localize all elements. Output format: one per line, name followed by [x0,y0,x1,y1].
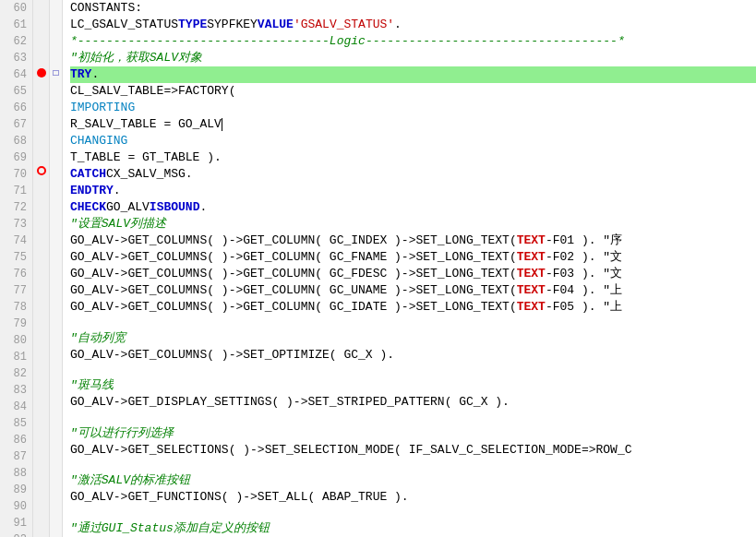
code-line[interactable]: "可以进行行列选择 [70,425,756,442]
marker-cell[interactable] [33,130,49,147]
code-line[interactable]: CL_SALV_TABLE=>FACTORY( [70,83,756,100]
expand-cell[interactable] [50,245,62,261]
marker-cell[interactable] [33,326,49,342]
code-line[interactable]: R_SALV_TABLE = GO_ALV [70,116,756,133]
expand-cell[interactable] [50,196,62,212]
code-line[interactable]: IMPORTING [70,100,756,116]
marker-cell[interactable] [33,162,49,179]
expand-cell[interactable] [50,228,62,245]
expand-cell[interactable] [50,456,62,472]
line-number: 73 [4,216,27,233]
code-line[interactable] [70,459,756,473]
code-line[interactable]: GO_ALV->GET_COLUMNS( )->GET_COLUMN( GC_F… [70,249,756,266]
expand-cell[interactable] [50,358,62,375]
marker-cell[interactable] [33,439,49,456]
marker-cell[interactable] [33,390,49,407]
code-line[interactable]: GO_ALV->GET_DISPLAY_SETTINGS( )->SET_STR… [70,394,756,411]
expand-cell[interactable] [50,179,62,196]
code-line[interactable]: "通过GUI_Status添加自定义的按钮 [70,520,756,537]
expand-cell[interactable] [50,390,62,407]
marker-cell[interactable] [33,113,49,130]
marker-cell[interactable] [33,456,49,472]
expand-cell[interactable] [50,439,62,456]
expand-cell[interactable] [50,488,62,505]
marker-cell[interactable] [33,17,49,33]
code-line[interactable]: GO_ALV->GET_COLUMNS( )->GET_COLUMN( GC_I… [70,299,756,316]
code-line[interactable]: CATCH CX_SALV_MSG. [70,166,756,183]
expand-cell[interactable] [50,82,62,99]
code-line[interactable]: GO_ALV->GET_COLUMNS( )->GET_COLUMN( GC_U… [70,282,756,299]
marker-cell[interactable] [33,277,49,293]
code-line[interactable]: "自动列宽 [70,330,756,347]
expand-cell[interactable] [50,98,62,114]
marker-cell[interactable] [33,0,49,17]
expand-cell[interactable] [50,277,62,293]
expand-cell[interactable] [50,520,62,537]
code-line[interactable]: GO_ALV->GET_COLUMNS( )->GET_COLUMN( GC_F… [70,266,756,282]
expand-cell[interactable] [50,17,62,33]
expand-cell[interactable] [50,326,62,342]
marker-cell[interactable] [33,49,49,66]
code-line[interactable]: LC_GSALV_STATUS TYPE SYPFKEY VALUE 'GSAL… [70,17,756,33]
code-line[interactable]: GO_ALV->GET_SELECTIONS( )->SET_SELECTION… [70,442,756,459]
code-line[interactable]: "设置SALV列描述 [70,216,756,233]
marker-cell[interactable] [33,358,49,375]
marker-cell[interactable] [33,488,49,505]
marker-cell[interactable] [33,341,49,358]
marker-cell[interactable] [33,309,49,326]
expand-cell[interactable]: □ [50,66,62,82]
expand-cell[interactable] [50,260,62,277]
code-line[interactable]: *-----------------------------------Logi… [70,33,756,50]
marker-cell[interactable] [33,472,49,489]
marker-cell[interactable] [33,147,49,163]
code-line[interactable]: CHANGING [70,133,756,149]
marker-cell[interactable] [33,424,49,440]
marker-cell[interactable] [33,260,49,277]
code-line[interactable] [70,316,756,330]
marker-cell[interactable] [33,245,49,261]
marker-cell[interactable] [33,98,49,114]
expand-cell[interactable] [50,212,62,229]
expand-cell[interactable] [50,407,62,424]
expand-cell[interactable] [50,0,62,17]
marker-cell[interactable] [33,375,49,391]
code-line[interactable]: T_TABLE = GT_TABLE ). [70,149,756,166]
expand-cell[interactable] [50,505,62,521]
expand-cell[interactable] [50,163,62,180]
code-line[interactable]: "斑马线 [70,377,756,394]
code-line[interactable]: GO_ALV->GET_COLUMNS( )->SET_OPTIMIZE( GC… [70,347,756,364]
marker-cell[interactable] [33,66,49,82]
marker-cell[interactable] [33,521,49,538]
code-line[interactable] [70,411,756,425]
expand-cell[interactable] [50,309,62,326]
expand-cell[interactable] [50,375,62,391]
code-line[interactable] [70,364,756,378]
marker-cell[interactable] [33,407,49,424]
expand-cell[interactable] [50,293,62,310]
expand-cell[interactable] [50,472,62,489]
marker-cell[interactable] [33,293,49,310]
expand-cell[interactable] [50,130,62,147]
code-line[interactable]: ENDTRY. [70,183,756,199]
marker-cell[interactable] [33,211,49,228]
code-line[interactable]: TRY . [70,66,756,83]
marker-cell[interactable] [33,196,49,212]
code-line[interactable]: GO_ALV->GET_FUNCTIONS( )->SET_ALL( ABAP_… [70,489,756,506]
marker-cell[interactable] [33,81,49,98]
code-line[interactable] [70,506,756,520]
code-line[interactable]: "激活SALV的标准按钮 [70,472,756,489]
marker-cell[interactable] [33,32,49,49]
expand-cell[interactable] [50,32,62,49]
code-line[interactable]: "初始化，获取SALV对象 [70,50,756,66]
marker-cell[interactable] [33,228,49,245]
marker-cell[interactable] [33,179,49,196]
expand-cell[interactable] [50,147,62,163]
expand-cell[interactable] [50,114,62,131]
code-line[interactable]: CONSTANTS: [70,0,756,17]
expand-cell[interactable] [50,342,62,359]
expand-cell[interactable] [50,424,62,440]
code-line[interactable]: CHECK GO_ALV IS BOUND. [70,199,756,216]
expand-cell[interactable] [50,49,62,66]
code-line[interactable]: GO_ALV->GET_COLUMNS( )->GET_COLUMN( GC_I… [70,233,756,249]
marker-cell[interactable] [33,505,49,521]
